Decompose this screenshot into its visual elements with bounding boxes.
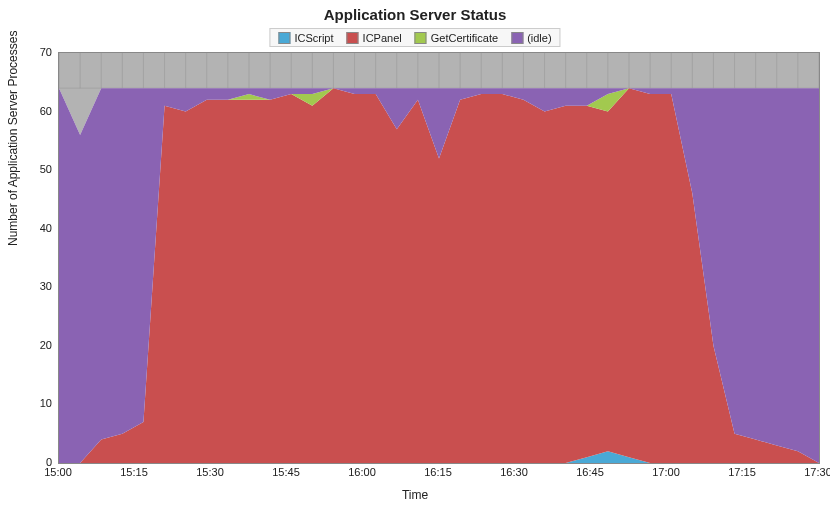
legend-label-getcert: GetCertificate: [431, 32, 498, 44]
y-axis-ticks: 010203040506070: [0, 52, 56, 462]
chart-legend: ICScript ICPanel GetCertificate (idle): [269, 28, 560, 47]
x-axis-ticks: 15:0015:1515:3015:4516:0016:1516:3016:45…: [58, 466, 818, 482]
legend-label-icscript: ICScript: [294, 32, 333, 44]
chart-title: Application Server Status: [0, 6, 830, 23]
legend-swatch-idle: [511, 32, 523, 44]
legend-swatch-getcert: [415, 32, 427, 44]
area-chart-svg: [59, 53, 819, 463]
plot-area: [58, 52, 820, 464]
legend-label-idle: (idle): [527, 32, 551, 44]
x-axis-label: Time: [0, 488, 830, 502]
chart-container: Application Server Status ICScript ICPan…: [0, 0, 830, 506]
legend-swatch-icpanel: [347, 32, 359, 44]
legend-swatch-icscript: [278, 32, 290, 44]
legend-label-icpanel: ICPanel: [363, 32, 402, 44]
